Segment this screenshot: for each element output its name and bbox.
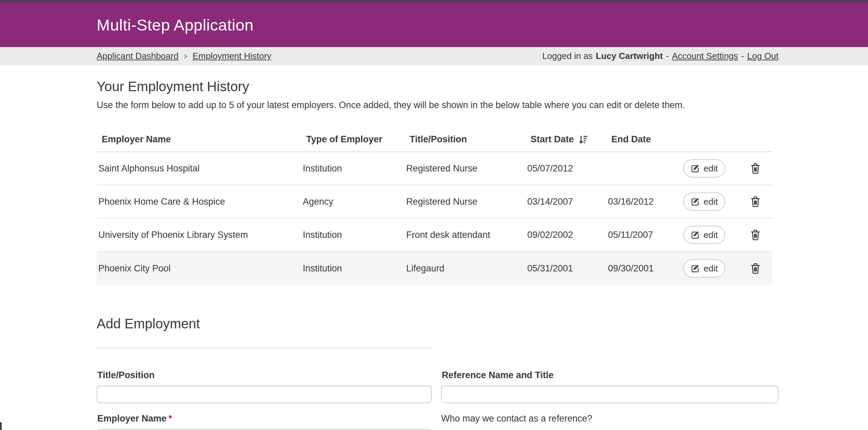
delete-button[interactable] xyxy=(749,194,762,209)
chevron-right-icon: › xyxy=(184,50,187,61)
table-row: Phoenix Home Care & Hospice Agency Regis… xyxy=(97,185,772,219)
cell-start-date: 05/31/2001 xyxy=(526,263,606,274)
separator-dash: - xyxy=(666,51,669,61)
column-header-start-date[interactable]: Start Date xyxy=(526,134,606,151)
breadcrumb: Applicant Dashboard › Employment History xyxy=(97,50,271,61)
edit-pencil-square-icon xyxy=(691,230,700,240)
edit-button[interactable]: edit xyxy=(683,159,725,178)
app-header: Multi-Step Application xyxy=(0,2,868,47)
edit-pencil-square-icon xyxy=(691,197,700,206)
main-content: Your Employment History Use the form bel… xyxy=(0,65,868,430)
top-strip xyxy=(0,0,868,2)
cell-type-of-employer: Agency xyxy=(301,197,405,207)
employment-table: Employer Name Type of Employer Title/Pos… xyxy=(97,134,772,285)
cell-type-of-employer: Institution xyxy=(301,163,405,174)
table-row: University of Phoenix Library System Ins… xyxy=(97,219,772,252)
section-divider xyxy=(97,348,432,348)
cell-title-position: Lifegaurd xyxy=(405,263,526,274)
table-header-row: Employer Name Type of Employer Title/Pos… xyxy=(97,134,772,152)
delete-button[interactable] xyxy=(749,227,762,243)
employer-name-label: Employer Name* xyxy=(97,413,432,424)
app-title: Multi-Step Application xyxy=(97,16,254,34)
cell-employer-name: Phoenix City Pool xyxy=(97,263,301,274)
reference-help-text: Who may we contact as a reference? xyxy=(441,413,778,424)
cell-end-date: 05/11/2007 xyxy=(606,230,682,240)
cell-end-date: 03/16/2012 xyxy=(606,197,682,207)
trash-icon xyxy=(751,163,760,174)
cell-title-position: Registered Nurse xyxy=(405,197,526,207)
title-position-input[interactable] xyxy=(97,385,432,403)
column-header-type-of-employer: Type of Employer xyxy=(301,134,405,151)
cell-start-date: 05/07/2012 xyxy=(526,163,606,174)
user-info: Logged in as Lucy Cartwright - Account S… xyxy=(542,51,778,61)
edit-button[interactable]: edit xyxy=(683,259,725,278)
cell-start-date: 03/14/2007 xyxy=(526,197,606,207)
cell-type-of-employer: Institution xyxy=(301,263,405,274)
edit-pencil-square-icon xyxy=(691,264,700,273)
column-header-employer-name: Employer Name xyxy=(97,134,301,151)
reference-name-input[interactable] xyxy=(441,385,778,403)
cell-employer-name: Saint Alphonsus Hospital xyxy=(97,163,301,174)
add-employment-form: Title/Position Employer Name* Reference … xyxy=(97,370,778,430)
column-header-end-date: End Date xyxy=(606,134,682,151)
trash-icon xyxy=(751,196,760,207)
delete-button[interactable] xyxy=(749,161,762,176)
form-right-column: Reference Name and Title Who may we cont… xyxy=(441,370,778,430)
trash-icon xyxy=(751,229,760,241)
edit-button[interactable]: edit xyxy=(683,192,725,211)
corner-fragment xyxy=(0,422,2,430)
trash-icon xyxy=(751,263,760,274)
column-header-actions xyxy=(682,140,740,146)
cell-employer-name: University of Phoenix Library System xyxy=(97,230,301,240)
add-employment-title: Add Employment xyxy=(97,316,778,331)
cell-end-date: 09/30/2001 xyxy=(606,263,682,274)
page-title: Your Employment History xyxy=(97,79,778,94)
employer-name-input[interactable] xyxy=(97,429,432,430)
column-header-title-position: Title/Position xyxy=(405,134,526,151)
table-row: Phoenix City Pool Institution Lifegaurd … xyxy=(97,252,772,285)
sort-amount-down-icon xyxy=(578,135,588,145)
cell-type-of-employer: Institution xyxy=(301,230,405,240)
cell-title-position: Registered Nurse xyxy=(405,163,526,174)
cell-title-position: Front desk attendant xyxy=(405,230,526,240)
account-settings-link[interactable]: Account Settings xyxy=(672,51,738,61)
separator-dash: - xyxy=(741,51,744,61)
edit-button[interactable]: edit xyxy=(683,226,725,244)
section-description: Use the form below to add up to 5 of you… xyxy=(97,100,778,110)
breadcrumb-link-employment-history[interactable]: Employment History xyxy=(193,51,272,61)
table-row: Saint Alphonsus Hospital Institution Reg… xyxy=(97,152,772,185)
utility-bar: Applicant Dashboard › Employment History… xyxy=(0,47,868,65)
cell-start-date: 09/02/2002 xyxy=(526,230,606,240)
delete-button[interactable] xyxy=(749,261,762,276)
user-name: Lucy Cartwright xyxy=(596,51,663,61)
title-position-label: Title/Position xyxy=(97,370,432,381)
logged-in-as-text: Logged in as xyxy=(542,51,593,61)
form-left-column: Title/Position Employer Name* xyxy=(97,370,432,430)
breadcrumb-link-applicant-dashboard[interactable]: Applicant Dashboard xyxy=(97,51,178,61)
required-asterisk: * xyxy=(169,413,172,424)
log-out-link[interactable]: Log Out xyxy=(747,51,778,61)
cell-employer-name: Phoenix Home Care & Hospice xyxy=(97,197,301,207)
column-header-delete xyxy=(740,140,772,146)
reference-name-label: Reference Name and Title xyxy=(442,370,778,381)
edit-pencil-square-icon xyxy=(691,164,700,173)
